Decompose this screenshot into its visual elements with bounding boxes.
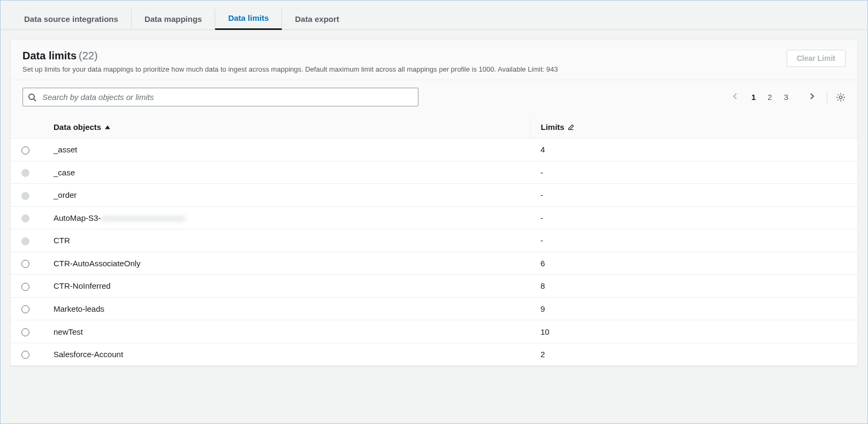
cell-data-object: _case — [43, 161, 530, 184]
row-select-radio — [21, 169, 29, 177]
search-wrap — [22, 88, 418, 106]
cell-limit: 2 — [530, 343, 857, 366]
svg-point-2 — [839, 96, 842, 98]
row-select-radio[interactable] — [21, 351, 29, 359]
chevron-right-icon — [808, 92, 816, 101]
table-row: CTR-AutoAssociateOnly6 — [11, 252, 857, 275]
pagination-prev[interactable] — [729, 91, 742, 103]
cell-data-object: _order — [43, 184, 530, 207]
svg-line-1 — [34, 99, 36, 101]
table-row: Marketo-leads9 — [11, 297, 857, 320]
panel-count: (22) — [79, 50, 98, 61]
cell-limit: 9 — [530, 297, 857, 320]
toolbar: 123 — [11, 80, 857, 116]
cell-data-object: CTR-AutoAssociateOnly — [43, 252, 530, 275]
row-select-radio — [21, 237, 29, 245]
sort-ascending-icon — [104, 124, 111, 130]
svg-marker-3 — [105, 125, 110, 129]
column-header-objects-label: Data objects — [54, 122, 101, 132]
row-select-radio[interactable] — [21, 328, 29, 336]
pagination-next[interactable] — [805, 91, 818, 103]
cell-limit: - — [530, 229, 857, 252]
panel-description: Set up limits for your data mappings to … — [22, 65, 558, 73]
row-select-radio[interactable] — [21, 260, 29, 268]
chevron-left-icon — [731, 92, 740, 101]
table-row: _case- — [11, 161, 857, 184]
pagination: 123 — [729, 91, 846, 103]
tab-bar: Data source integrationsData mappingsDat… — [1, 1, 867, 30]
tab-data-export[interactable]: Data export — [282, 9, 352, 29]
edit-icon — [568, 124, 574, 130]
column-header-limits[interactable]: Limits — [530, 116, 857, 138]
cell-limit: 8 — [530, 275, 857, 298]
table-row: AutoMap-S3-xxxxxxxxxxxxxxxxxxxxx- — [11, 206, 857, 229]
cell-data-object: newTest — [43, 320, 530, 343]
table-row: _order- — [11, 184, 857, 207]
cell-limit: - — [530, 184, 857, 207]
cell-limit: 6 — [530, 252, 857, 275]
cell-data-object: CTR — [43, 229, 530, 252]
search-input[interactable] — [22, 88, 418, 106]
page-root: Data source integrationsData mappingsDat… — [0, 0, 868, 424]
cell-data-object: Salesforce-Account — [43, 343, 530, 366]
panel-title: Data limits — [22, 50, 77, 61]
row-select-radio[interactable] — [21, 305, 29, 313]
settings-icon[interactable] — [836, 92, 846, 102]
data-limits-table: Data objects Limits _asset4_case-_order-… — [11, 116, 857, 366]
column-header-select — [11, 116, 43, 138]
redacted-text: xxxxxxxxxxxxxxxxxxxxx — [101, 213, 185, 222]
table-row: CTR- — [11, 229, 857, 252]
cell-limit: - — [530, 161, 857, 184]
svg-point-0 — [29, 94, 34, 99]
table-row: _asset4 — [11, 138, 857, 161]
row-select-radio[interactable] — [21, 283, 29, 291]
table-row: CTR-NoInferred8 — [11, 275, 857, 298]
cell-limit: 10 — [530, 320, 857, 343]
row-select-radio — [21, 214, 29, 222]
tab-data-mappings[interactable]: Data mappings — [132, 9, 216, 29]
column-header-limits-label: Limits — [541, 122, 565, 132]
pagination-page-1[interactable]: 1 — [749, 91, 758, 103]
tab-data-limits[interactable]: Data limits — [215, 8, 282, 30]
panel-header: Data limits (22) Set up limits for your … — [11, 40, 857, 80]
pagination-page-2[interactable]: 2 — [765, 91, 774, 103]
tab-data-source-integrations[interactable]: Data source integrations — [11, 9, 132, 29]
cell-limit: 4 — [530, 138, 857, 161]
data-limits-panel: Data limits (22) Set up limits for your … — [10, 40, 858, 366]
clear-limit-button[interactable]: Clear Limit — [787, 50, 846, 67]
row-select-radio[interactable] — [21, 147, 29, 155]
pagination-separator — [827, 91, 827, 103]
cell-data-object: AutoMap-S3-xxxxxxxxxxxxxxxxxxxxx — [43, 206, 530, 229]
search-icon — [28, 93, 36, 102]
cell-data-object: CTR-NoInferred — [43, 275, 530, 298]
column-header-objects[interactable]: Data objects — [43, 116, 530, 138]
cell-data-object: Marketo-leads — [43, 297, 530, 320]
row-select-radio — [21, 192, 29, 200]
pagination-page-3[interactable]: 3 — [782, 91, 790, 103]
cell-limit: - — [530, 206, 857, 229]
table-row: Salesforce-Account2 — [11, 343, 857, 366]
cell-data-object: _asset — [43, 138, 530, 161]
table-row: newTest10 — [11, 320, 857, 343]
